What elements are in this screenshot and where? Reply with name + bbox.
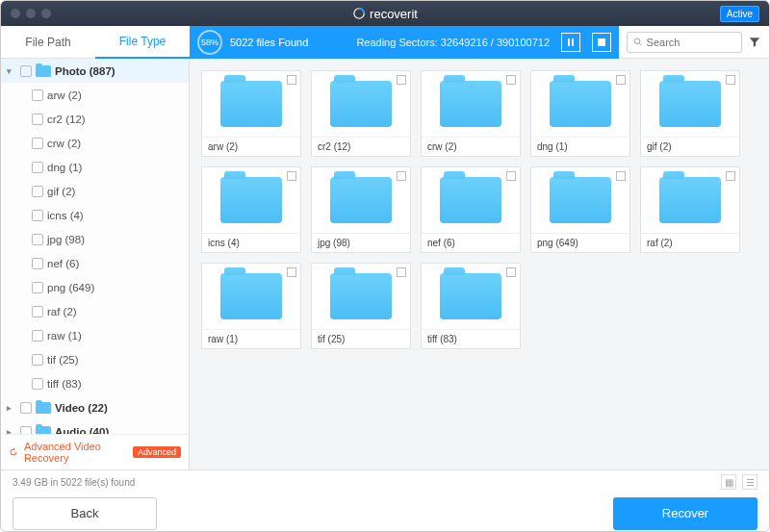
sidebar-item-label: crw (2) — [47, 138, 81, 149]
sidebar-item[interactable]: tiff (83) — [1, 371, 189, 395]
footer-info-text: 3.49 GB in 5022 file(s) found — [13, 477, 135, 488]
sidebar-root-label: Photo (887) — [55, 65, 116, 77]
progress-circle: 58% — [197, 30, 222, 55]
min-dot[interactable] — [26, 9, 36, 18]
checkbox[interactable] — [32, 114, 43, 125]
checkbox[interactable] — [32, 378, 43, 390]
toolbar: File Path File Type 58% 5022 files Found… — [1, 26, 769, 59]
avr-badge: Advanced — [133, 446, 181, 458]
folder-icon — [220, 177, 282, 223]
checkbox[interactable] — [397, 75, 406, 85]
search-box[interactable] — [627, 32, 742, 53]
filter-icon[interactable] — [748, 36, 761, 49]
sidebar-item[interactable]: icns (4) — [1, 203, 189, 227]
checkbox[interactable] — [287, 267, 296, 277]
checkbox[interactable] — [287, 171, 296, 181]
sidebar-item-label: dng (1) — [47, 162, 82, 173]
checkbox[interactable] — [397, 267, 406, 277]
folder-card[interactable]: arw (2) — [201, 70, 301, 157]
sidebar-item-label: cr2 (12) — [47, 114, 86, 125]
sidebar: ▾ Photo (887) arw (2)cr2 (12)crw (2)dng … — [1, 59, 190, 469]
folder-card[interactable]: crw (2) — [421, 70, 521, 157]
footer: 3.49 GB in 5022 file(s) found ▦ ☰ Back R… — [1, 469, 769, 532]
checkbox[interactable] — [506, 267, 516, 277]
folder-card[interactable]: cr2 (12) — [311, 70, 411, 157]
checkbox[interactable] — [32, 282, 43, 293]
checkbox[interactable] — [32, 162, 43, 173]
folder-icon — [330, 177, 392, 223]
checkbox[interactable] — [616, 171, 626, 181]
sidebar-category[interactable]: ▸Video (22) — [1, 395, 189, 419]
checkbox[interactable] — [726, 171, 735, 181]
folder-label: cr2 (12) — [312, 137, 410, 156]
checkbox[interactable] — [32, 234, 43, 245]
sidebar-item[interactable]: arw (2) — [1, 83, 189, 107]
sidebar-item[interactable]: nef (6) — [1, 251, 189, 275]
scan-status-bar: 58% 5022 files Found Reading Sectors: 32… — [190, 26, 619, 59]
chevron-down-icon[interactable]: ▾ — [7, 66, 16, 76]
folder-label: tif (25) — [312, 329, 410, 348]
sidebar-item[interactable]: raf (2) — [1, 299, 189, 323]
tab-file-type[interactable]: File Type — [95, 26, 190, 59]
pause-button[interactable] — [561, 33, 580, 52]
checkbox[interactable] — [32, 258, 43, 269]
titlebar: recoverit Active — [1, 1, 769, 26]
chevron-right-icon[interactable]: ▸ — [7, 403, 16, 413]
window-controls[interactable] — [11, 9, 51, 18]
advanced-video-recovery[interactable]: Advanced Video Recovery Advanced — [9, 441, 181, 464]
sidebar-item-label: icns (4) — [47, 210, 84, 221]
checkbox[interactable] — [397, 171, 406, 181]
folder-card[interactable]: png (649) — [530, 166, 630, 253]
checkbox[interactable] — [32, 354, 43, 366]
svg-line-5 — [639, 43, 641, 45]
checkbox[interactable] — [616, 75, 626, 85]
checkbox[interactable] — [20, 65, 32, 77]
folder-card[interactable]: raw (1) — [201, 263, 301, 349]
sidebar-item[interactable]: raw (1) — [1, 323, 189, 347]
checkbox[interactable] — [32, 210, 43, 221]
sidebar-root-photo[interactable]: ▾ Photo (887) — [1, 59, 189, 83]
max-dot[interactable] — [41, 9, 51, 18]
back-button[interactable]: Back — [13, 497, 157, 530]
checkbox[interactable] — [287, 75, 296, 85]
sidebar-item-label: arw (2) — [47, 89, 82, 101]
checkbox[interactable] — [506, 171, 516, 181]
checkbox[interactable] — [20, 402, 32, 414]
folder-card[interactable]: raf (2) — [640, 166, 740, 253]
checkbox[interactable] — [506, 75, 516, 85]
folder-label: arw (2) — [202, 137, 300, 156]
folder-card[interactable]: dng (1) — [530, 70, 630, 157]
sidebar-item[interactable]: cr2 (12) — [1, 107, 189, 131]
folder-card[interactable]: tif (25) — [311, 263, 411, 349]
sidebar-item[interactable]: jpg (98) — [1, 227, 189, 251]
stop-button[interactable] — [592, 33, 611, 52]
folder-card[interactable]: nef (6) — [421, 166, 521, 253]
sidebar-item[interactable]: png (649) — [1, 275, 189, 299]
recover-button[interactable]: Recover — [613, 497, 757, 530]
files-found: 5022 files Found — [230, 37, 308, 48]
checkbox[interactable] — [32, 186, 43, 197]
search-input[interactable] — [647, 37, 735, 48]
tab-file-path[interactable]: File Path — [1, 26, 95, 59]
brand-icon — [352, 7, 366, 20]
checkbox[interactable] — [32, 89, 43, 101]
sidebar-item[interactable]: crw (2) — [1, 131, 189, 155]
checkbox[interactable] — [32, 138, 43, 149]
app-brand: recoverit — [352, 7, 418, 21]
sidebar-item[interactable]: gif (2) — [1, 179, 189, 203]
folder-card[interactable]: icns (4) — [201, 166, 301, 253]
grid-view-icon[interactable]: ▦ — [721, 474, 736, 490]
folder-card[interactable]: gif (2) — [640, 70, 740, 157]
checkbox[interactable] — [32, 330, 43, 342]
folder-card[interactable]: tiff (83) — [421, 263, 521, 349]
sidebar-item[interactable]: dng (1) — [1, 155, 189, 179]
checkbox[interactable] — [32, 306, 43, 317]
sidebar-item[interactable]: tif (25) — [1, 347, 189, 371]
sidebar-item-label: gif (2) — [47, 186, 75, 197]
close-dot[interactable] — [11, 9, 20, 18]
active-badge[interactable]: Active — [720, 6, 759, 22]
checkbox[interactable] — [726, 75, 735, 85]
list-view-icon[interactable]: ☰ — [742, 474, 757, 490]
folder-card[interactable]: jpg (98) — [311, 166, 411, 253]
folder-label: gif (2) — [641, 137, 739, 156]
